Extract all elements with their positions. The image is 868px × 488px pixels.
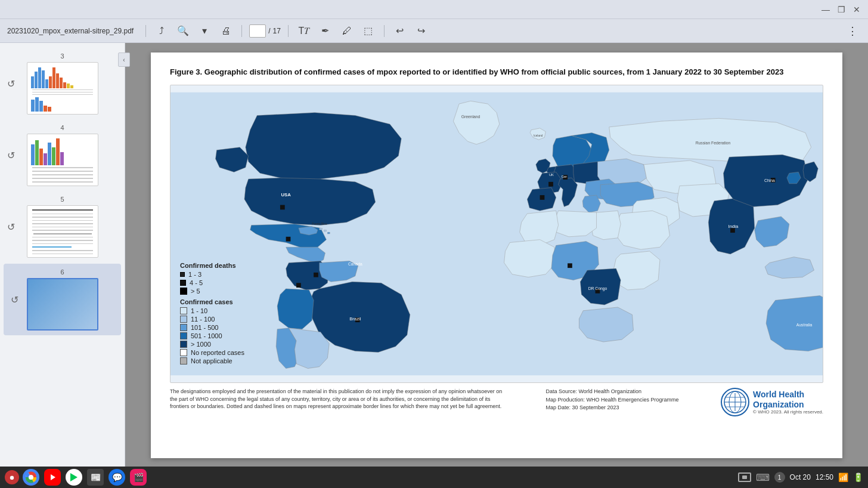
screen-record-button[interactable]: ⏺ xyxy=(5,470,19,484)
battery-icon[interactable]: 🔋 xyxy=(853,472,863,482)
print-button[interactable]: 🖨 xyxy=(218,23,234,39)
screen-cast-icon[interactable] xyxy=(738,472,751,482)
who-name: World HealthOrganization xyxy=(753,390,823,410)
svg-text:Puerto Rico: Puerto Rico xyxy=(312,223,327,226)
notification-count: 1 xyxy=(778,474,782,481)
cases-label-1: 1 - 10 xyxy=(191,307,207,314)
page-navigation: 6 / 17 xyxy=(249,24,281,38)
page-thumb-3[interactable]: ↺ 3 xyxy=(0,48,125,119)
who-logo: World HealthOrganization © WHO 2023. All… xyxy=(721,388,823,416)
svg-rect-3 xyxy=(320,228,323,230)
svg-marker-28 xyxy=(70,473,78,481)
death-marker-spain xyxy=(540,195,545,200)
who-globe-icon xyxy=(721,388,749,416)
death-icon-sm xyxy=(180,272,185,277)
undo-button[interactable]: ↩ xyxy=(392,23,408,39)
notification-badge[interactable]: 1 xyxy=(774,472,785,483)
rotate-icon-6[interactable]: ↺ xyxy=(11,294,18,305)
cases-label-4: 501 - 1000 xyxy=(191,332,222,339)
taskbar-right: ⌨ 1 Oct 20 12:50 📶 🔋 xyxy=(738,472,863,483)
data-source-line: Data Source: World Health Organization xyxy=(545,388,678,396)
svg-text:Russian Federation: Russian Federation xyxy=(696,141,731,145)
who-copyright: © WHO 2023. All rights reserved. xyxy=(753,409,823,415)
cases-color-4 xyxy=(180,332,187,339)
svg-text:USA: USA xyxy=(281,192,291,197)
page-footer: The designations employed and the presen… xyxy=(170,388,823,416)
deaths-legend-title: Confirmed deaths xyxy=(180,262,244,269)
cases-color-2 xyxy=(180,316,187,323)
cases-color-3 xyxy=(180,324,187,331)
page-thumb-5[interactable]: ↺ 5 xyxy=(0,191,125,262)
thumb-map-mini xyxy=(28,279,97,329)
thumb-image-4 xyxy=(27,134,98,186)
cases-item-1: 1 - 10 xyxy=(180,307,244,314)
rotate-icon-3[interactable]: ↺ xyxy=(7,78,15,89)
cases-label-2: 11 - 100 xyxy=(191,316,215,323)
select-tool-button[interactable]: ⬚ xyxy=(360,23,377,39)
close-button[interactable]: ✕ xyxy=(850,3,863,16)
page-num-6: 6 xyxy=(60,268,64,276)
svg-text:DR Congo: DR Congo xyxy=(588,286,607,291)
map-container: Greenland Iceland xyxy=(170,85,823,383)
rotate-icon-4[interactable]: ↺ xyxy=(7,150,15,161)
studio-icon[interactable]: 🎬 xyxy=(130,469,147,486)
svg-text:China: China xyxy=(764,178,775,183)
text-tool-button[interactable]: T𝑇 xyxy=(296,23,312,39)
cases-label-5: > 1000 xyxy=(191,341,211,348)
cases-item-2: 11 - 100 xyxy=(180,316,244,323)
svg-text:Greenland: Greenland xyxy=(461,115,480,119)
zoom-dropdown-button[interactable]: ▾ xyxy=(196,23,213,39)
map-production-line: Map Production: WHO Health Emergencies P… xyxy=(545,396,678,404)
cases-label-3: 101 - 500 xyxy=(191,324,218,331)
cases-item-7: Not applicable xyxy=(180,357,244,365)
minimize-button[interactable]: — xyxy=(819,3,832,16)
newspaper-icon[interactable]: 📰 xyxy=(87,469,104,486)
cases-item-5: > 1000 xyxy=(180,341,244,348)
toolbar-separator-2 xyxy=(241,25,242,37)
page-thumb-6[interactable]: ↺ 6 xyxy=(4,264,121,335)
svg-text:Iceland: Iceland xyxy=(534,135,543,138)
thumb-image-5 xyxy=(27,205,98,258)
play-store-icon[interactable] xyxy=(66,469,82,486)
wifi-icon[interactable]: 📶 xyxy=(838,472,848,482)
page-num-4: 4 xyxy=(60,124,64,131)
pdf-page: Figure 3. Geographic distribution of con… xyxy=(151,52,842,458)
svg-text:Australia: Australia xyxy=(796,323,813,327)
main-layout: ‹ ↺ 3 xyxy=(0,43,868,467)
keyboard-icon[interactable]: ⌨ xyxy=(756,472,770,483)
death-icon-md xyxy=(180,280,186,286)
toolbar-separator-4 xyxy=(384,25,385,37)
redo-button[interactable]: ↪ xyxy=(413,23,430,39)
page-number-input[interactable]: 6 xyxy=(249,24,266,38)
total-pages: 17 xyxy=(273,27,281,35)
map-date-line: Map Date: 30 September 2023 xyxy=(545,404,678,412)
highlight-tool-button[interactable]: 🖊 xyxy=(339,23,355,39)
title-bar-controls[interactable]: — ❐ ✕ xyxy=(819,3,863,16)
draw-tool-button[interactable]: ✒ xyxy=(317,23,334,39)
sidebar-toggle-button[interactable]: ‹ xyxy=(118,52,125,67)
cases-item-3: 101 - 500 xyxy=(180,324,244,331)
toolbar: 20231020_mpox_external-sitrep_29.pdf ⤴ 🔍… xyxy=(0,19,868,43)
thumb-image-6 xyxy=(27,278,98,331)
death-marker-colombia xyxy=(314,273,318,277)
cases-color-5 xyxy=(180,341,187,348)
toolbar-menu-button[interactable]: ⋮ xyxy=(844,23,861,39)
maximize-button[interactable]: ❐ xyxy=(835,3,848,16)
cases-legend: Confirmed cases 1 - 10 11 - 100 101 - 50… xyxy=(180,298,244,365)
chat-icon[interactable]: 💬 xyxy=(108,469,125,486)
chrome-icon[interactable] xyxy=(23,469,39,486)
footer-datasource: Data Source: World Health Organization M… xyxy=(545,388,678,412)
page-thumb-4[interactable]: ↺ 4 xyxy=(0,119,125,191)
deaths-label-1: 1 - 3 xyxy=(188,271,202,278)
filename-label: 20231020_mpox_external-sitrep_29.pdf xyxy=(7,27,134,35)
zoom-button[interactable]: 🔍 xyxy=(175,23,191,39)
footer-disclaimer: The designations employed and the presen… xyxy=(170,388,504,410)
cases-item-4: 501 - 1000 xyxy=(180,332,244,339)
sidebar: ‹ ↺ 3 xyxy=(0,43,125,467)
rotate-icon-5[interactable]: ↺ xyxy=(7,221,15,233)
cases-color-1 xyxy=(180,307,187,314)
share-button[interactable]: ⤴ xyxy=(153,23,170,39)
toolbar-separator-3 xyxy=(288,25,289,37)
taskbar: ⏺ 📰 💬 🎬 xyxy=(0,467,868,488)
youtube-icon[interactable] xyxy=(44,469,61,486)
